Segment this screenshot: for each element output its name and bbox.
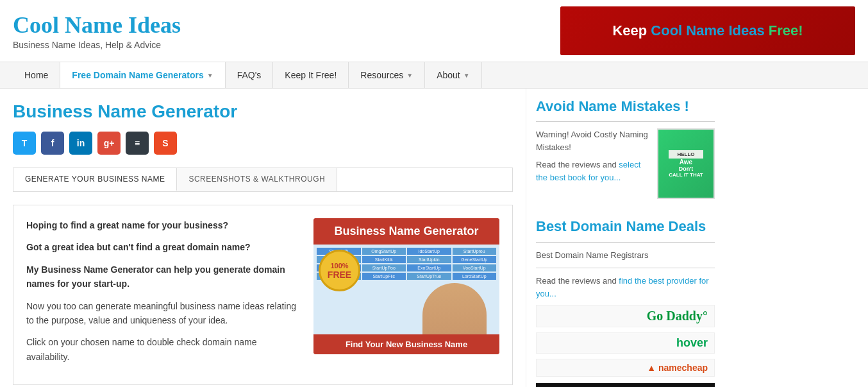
namecheap-text: ▲ namecheap [647,363,708,373]
site-subtitle: Business Name Ideas, Help & Advice [13,40,560,50]
gen-cell: LordStartUp [453,273,497,280]
generator-image: Business Name Generator StartUpZi OmgSta… [313,218,499,354]
banner-ad[interactable]: Keep Cool Name Ideas Free! [560,6,855,55]
godaddy-logo[interactable]: Go Daddy° [536,305,715,327]
stumbleupon-share-button[interactable]: S [154,132,177,155]
domain-deals-title: Best Domain Name Deals [536,218,715,235]
book-image: HELLO Awe Don't CALL IT THAT [657,128,715,199]
chevron-down-icon-2: ▼ [406,72,413,79]
description-text: Hoping to find a great name for your bus… [26,218,301,372]
banner-main: Cool Name Ideas [651,22,764,39]
gen-cell: StartUpFlic [362,273,406,280]
content-area: Business Name Generator T f in g+ ≡ S GE… [0,89,526,387]
nav-free-domain[interactable]: Free Domain Name Generators ▼ [60,62,225,88]
gen-cell: StartUpPoo [362,264,406,271]
gen-cell: StartUpkin [407,256,451,263]
divider-2 [536,242,715,243]
sidebar-domain-deals: Best Domain Name Deals Best Domain Name … [536,218,715,387]
gen-cell: GeneStartUp [453,256,497,263]
content-tabs: GENERATE YOUR BUSINESS NAME SCREENSHOTS … [13,168,513,192]
domain-read-text: Read the reviews and find the best provi… [536,275,715,300]
godaddy-text: Go Daddy° [647,309,708,323]
generator-footer: Find Your New Business Name [313,334,499,354]
sidebar: Avoid Name Mistakes ! HELLO Awe Don't CA… [526,89,724,387]
badge-percent: 100% [330,262,348,270]
generator-preview[interactable]: Business Name Generator StartUpZi OmgSta… [313,218,499,372]
facebook-share-button[interactable]: f [41,132,64,155]
badge-free: FREE [328,270,351,280]
tab-screenshots[interactable]: SCREENSHOTS & WALKTHROUGH [177,168,337,191]
buffer-share-button[interactable]: ≡ [126,132,149,155]
linkedin-share-button[interactable]: in [69,132,92,155]
nav-resources[interactable]: Resources ▼ [349,62,425,88]
nav-about[interactable]: About ▼ [425,62,482,88]
header: Cool Name Ideas Business Name Ideas, Hel… [0,0,868,62]
gen-cell: ExoStartUp [407,264,451,271]
gen-cell: IdoStartUp [407,248,451,255]
namecheap-logo[interactable]: ▲ namecheap [536,359,715,377]
banner-overlay: Keep Cool Name Ideas Free! [560,6,855,55]
chevron-down-icon-3: ▼ [463,72,470,79]
book-label-awesome: Awe [669,159,703,166]
sidebar-ad-box[interactable] [536,383,715,387]
site-title: Cool Name Ideas [13,12,560,39]
twitter-share-button[interactable]: T [13,132,36,155]
generator-image-header: Business Name Generator [313,218,499,245]
page-title: Business Name Generator [13,101,513,122]
banner-text: Keep Cool Name Ideas Free! [612,22,803,39]
hover-logo[interactable]: hover [536,332,715,354]
site-title-block: Cool Name Ideas Business Name Ideas, Hel… [13,12,560,50]
chevron-down-icon: ▼ [207,72,213,79]
hover-text: hover [676,336,708,350]
nav-keep-free[interactable]: Keep It Free! [273,62,349,88]
generator-grid: StartUpZi OmgStartUp IdoStartUp StartUpr… [313,245,499,334]
gen-cell: StartUpTrue [407,273,451,280]
avoid-mistakes-title: Avoid Name Mistakes ! [536,98,715,115]
avoid-mistakes-content: HELLO Awe Don't CALL IT THAT Warning! Av… [536,128,715,202]
divider-1 [536,121,715,122]
free-badge: 100% FREE [319,250,360,291]
gen-cell: StartUprou [453,248,497,255]
book-label-hello: HELLO [669,150,703,159]
nav-home[interactable]: Home [13,62,60,88]
book-label-call: CALL IT THAT [669,172,703,178]
person-silhouette [422,283,487,334]
person-image [422,283,487,334]
social-icons-bar: T f in g+ ≡ S [13,132,513,155]
gen-cell: OmgStartUp [362,248,406,255]
domain-logos: Go Daddy° hover ▲ namecheap [536,305,715,377]
divider-3 [536,268,715,268]
sidebar-avoid-mistakes: Avoid Name Mistakes ! HELLO Awe Don't CA… [536,98,715,202]
content-panel: Hoping to find a great name for your bus… [13,205,513,385]
tab-generate[interactable]: GENERATE YOUR BUSINESS NAME [13,168,177,191]
google-share-button[interactable]: g+ [97,132,121,155]
registrars-subtitle: Best Domain Name Registrars [536,249,715,262]
banner-free: Free! [769,22,803,39]
gen-cell: VooStartUp [453,264,497,271]
book-label-dont: Don't [669,166,703,172]
nav-faqs[interactable]: FAQ's [226,62,274,88]
main-container: Business Name Generator T f in g+ ≡ S GE… [0,89,868,387]
gen-cell: StartKitik [362,256,406,263]
main-nav: Home Free Domain Name Generators ▼ FAQ's… [0,62,868,89]
banner-keep: Keep [612,22,647,39]
